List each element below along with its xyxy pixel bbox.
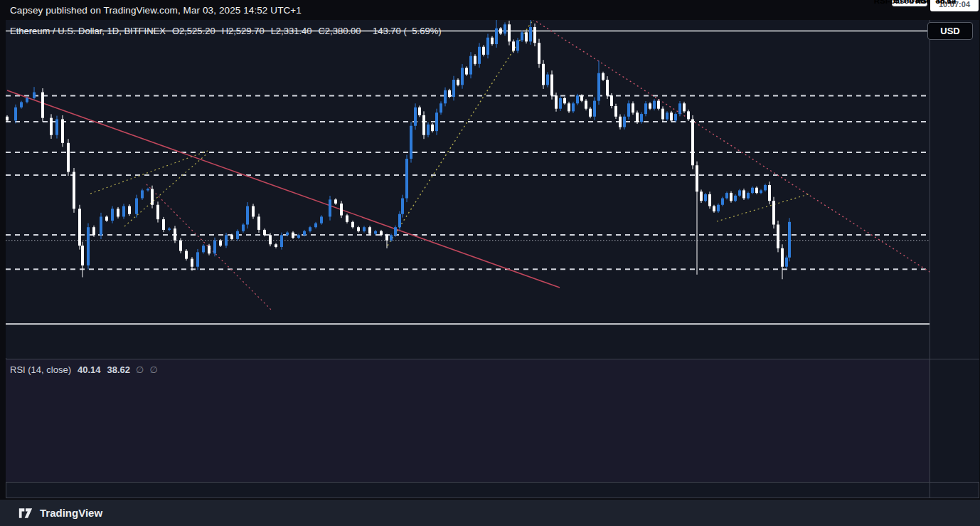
rsi-ma-value-badge: RSI-based MA 38.62: [868, 0, 966, 6]
rsi-ma-badge-value: 38.62: [929, 0, 963, 4]
rsi-ma-hidden-icon[interactable]: ∅: [149, 364, 157, 375]
ohlc-open: O2,525.20: [172, 26, 215, 36]
candlestick-chart[interactable]: [6, 20, 930, 358]
rsi-legend: RSI (14, close)40.1438.62∅∅: [10, 364, 158, 375]
axis-separator: [930, 20, 930, 498]
currency-unit-button[interactable]: USD: [927, 22, 973, 40]
ohlc-close: C2,380.00: [318, 26, 361, 36]
attribution-text: Capsey published on TradingView.com, Mar…: [10, 5, 302, 16]
rsi-indicator-chart[interactable]: [6, 359, 930, 482]
rsi-ma-badge-label: RSI-based MA: [874, 0, 929, 4]
symbol-title: Ethereum / U.S. Dollar, 1D, BITFINEX: [10, 26, 166, 36]
tradingview-logo-icon[interactable]: [18, 507, 33, 520]
currency-unit-label: USD: [940, 26, 959, 36]
ohlc-high: H2,529.70: [222, 26, 265, 36]
tradingview-brand-text[interactable]: TradingView: [40, 507, 102, 519]
rsi-legend-title: RSI (14, close): [10, 364, 71, 375]
time-axis[interactable]: [6, 483, 930, 498]
rsi-ma-legend-value: 38.62: [107, 364, 131, 375]
aug-wedge-upper[interactable]: [90, 151, 208, 194]
aug-wedge-lower[interactable]: [124, 153, 208, 226]
nov-uptrend-dotted[interactable]: [388, 20, 533, 246]
rsi-hidden-icon[interactable]: ∅: [136, 364, 144, 375]
footer-bar: TradingView: [0, 500, 980, 526]
ohlc-change: −143.70 (−5.69%): [367, 26, 441, 36]
rsi-legend-value: 40.14: [78, 364, 101, 375]
price-axis[interactable]: [930, 20, 979, 482]
tradingview-published-chart: Capsey published on TradingView.com, Mar…: [0, 0, 980, 526]
ohlc-low: L2,331.40: [271, 26, 312, 36]
symbol-legend: Ethereum / U.S. Dollar, 1D, BITFINEXO2,5…: [10, 26, 442, 36]
downtrend-major-solid[interactable]: [7, 90, 560, 288]
downtrend-from-dec-peak-dotted[interactable]: [533, 20, 930, 274]
